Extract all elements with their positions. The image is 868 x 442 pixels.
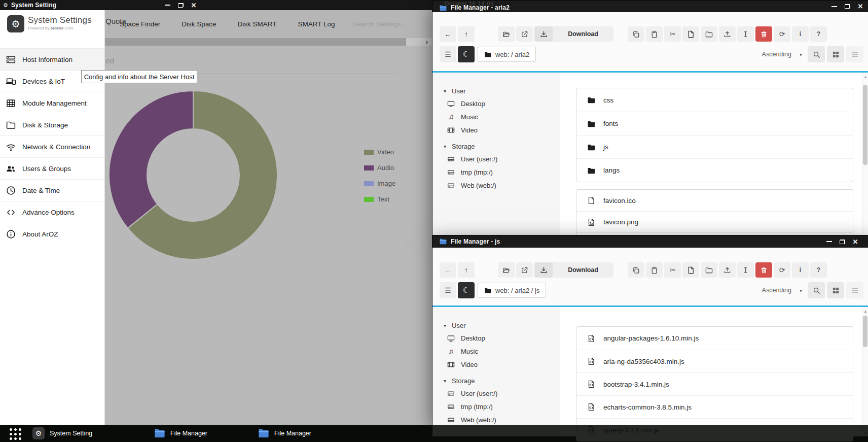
sidebar-item-module-management[interactable]: Module Management bbox=[0, 92, 104, 114]
new-file-button[interactable] bbox=[682, 26, 699, 42]
tree-section-storage[interactable]: ▾ Storage bbox=[432, 375, 560, 387]
sort-order-dropdown[interactable]: Ascending ▾ bbox=[762, 280, 802, 300]
minimize-button[interactable] bbox=[822, 235, 836, 248]
tree-section-storage[interactable]: ▾ Storage bbox=[432, 140, 560, 152]
tab-disk-space[interactable]: Disk Space bbox=[171, 20, 227, 28]
menu-button[interactable]: ☰ bbox=[440, 46, 456, 62]
open-folder-button[interactable] bbox=[498, 262, 515, 278]
list-view-button[interactable] bbox=[846, 46, 863, 62]
legend-item-image[interactable]: Image bbox=[364, 180, 395, 187]
search-button[interactable] bbox=[808, 46, 825, 62]
fm2-breadcrumb[interactable]: web: / aria2 / js bbox=[478, 283, 546, 298]
info-button[interactable]: i bbox=[792, 262, 809, 278]
file-row-favicon-ico[interactable]: favicon.ico bbox=[576, 190, 853, 211]
up-button[interactable]: ↑ bbox=[458, 26, 475, 42]
sort-order-dropdown[interactable]: Ascending ▾ bbox=[762, 44, 802, 64]
tabbar-horizontal-scrollbar[interactable]: › bbox=[105, 38, 432, 46]
folder-row-css[interactable]: css bbox=[576, 88, 853, 112]
tree-item-desktop[interactable]: Desktop bbox=[432, 97, 560, 110]
file-row-angular[interactable]: angular-packages-1.6.10.min.js bbox=[576, 327, 853, 350]
restore-button[interactable] bbox=[174, 0, 187, 10]
maximize-button[interactable] bbox=[836, 235, 849, 248]
list-view-button[interactable] bbox=[846, 282, 863, 298]
copy-button[interactable] bbox=[628, 262, 644, 278]
file-row-aria-ng[interactable]: aria-ng-da5356c403.min.js bbox=[576, 350, 853, 372]
tree-item-tmp-drive[interactable]: tmp (tmp:/) bbox=[432, 165, 560, 179]
fm1-vertical-scrollbar[interactable]: ▲ ▼ bbox=[862, 73, 868, 250]
paste-button[interactable] bbox=[646, 26, 663, 42]
tab-disk-smart[interactable]: Disk SMART bbox=[227, 20, 287, 28]
new-folder-button[interactable] bbox=[701, 26, 717, 42]
dark-mode-toggle[interactable]: ☾ bbox=[458, 46, 475, 62]
tree-item-user-drive[interactable]: User (user:/) bbox=[432, 152, 560, 165]
sidebar-item-advance-options[interactable]: Advance Options bbox=[0, 201, 104, 223]
grid-view-button[interactable] bbox=[827, 46, 844, 62]
legend-item-audio[interactable]: Audio bbox=[364, 164, 394, 172]
legend-item-text[interactable]: Text bbox=[364, 195, 389, 203]
settings-titlebar[interactable]: ⚙ System Setting ✕ bbox=[0, 0, 432, 10]
cut-button[interactable]: ✂ bbox=[664, 262, 681, 278]
open-folder-button[interactable] bbox=[498, 26, 515, 42]
settings-search-input[interactable]: Search Settings... bbox=[353, 20, 407, 28]
tree-item-web-drive[interactable]: Web (web:/) bbox=[432, 179, 560, 192]
sidebar-item-date-time[interactable]: Date & Time bbox=[0, 179, 104, 201]
download-button[interactable]: Download bbox=[534, 26, 613, 42]
scrollbar-thumb[interactable] bbox=[105, 38, 406, 46]
fm2-vertical-scrollbar[interactable]: ▲ ▼ bbox=[862, 307, 868, 436]
fm1-breadcrumb[interactable]: web: / aria2 bbox=[478, 47, 536, 62]
maximize-button[interactable] bbox=[841, 1, 854, 12]
legend-item-video[interactable]: Video bbox=[364, 148, 394, 156]
rename-button[interactable] bbox=[737, 262, 754, 278]
minimize-button[interactable] bbox=[827, 1, 841, 12]
sidebar-item-disk-storage[interactable]: Disk & Storage bbox=[0, 114, 104, 135]
open-in-new-button[interactable] bbox=[516, 262, 533, 278]
new-folder-button[interactable] bbox=[701, 262, 717, 278]
grid-view-button[interactable] bbox=[827, 282, 844, 298]
close-button[interactable]: ✕ bbox=[854, 1, 867, 12]
close-button[interactable]: ✕ bbox=[187, 0, 200, 10]
upload-button[interactable] bbox=[719, 262, 736, 278]
delete-button[interactable] bbox=[755, 26, 772, 42]
tree-item-user-drive[interactable]: User (user:/) bbox=[432, 387, 560, 400]
app-launcher-button[interactable] bbox=[8, 427, 21, 440]
file-row-echarts[interactable]: echarts-common-3.8.5.min.js bbox=[576, 395, 853, 418]
tab-smart-log[interactable]: SMART Log bbox=[287, 20, 346, 28]
back-button[interactable]: ← bbox=[440, 262, 456, 278]
close-button[interactable]: ✕ bbox=[849, 235, 862, 248]
scroll-right-arrow[interactable]: › bbox=[423, 38, 430, 46]
help-button[interactable]: ? bbox=[810, 262, 827, 278]
folder-row-langs[interactable]: langs bbox=[576, 158, 853, 182]
tree-section-user[interactable]: ▾ User bbox=[432, 319, 560, 331]
taskbar-item-system-setting[interactable]: ⚙ System Setting bbox=[32, 427, 92, 439]
tree-item-video[interactable]: Video bbox=[432, 358, 560, 371]
refresh-button[interactable]: ⟳ bbox=[774, 262, 790, 278]
back-button[interactable]: ← bbox=[440, 26, 456, 42]
delete-button[interactable] bbox=[755, 262, 772, 278]
file-row-bootstrap[interactable]: bootstrap-3.4.1.min.js bbox=[576, 372, 853, 395]
scrollbar-thumb[interactable] bbox=[863, 316, 867, 347]
folder-row-fonts[interactable]: fonts bbox=[576, 112, 853, 135]
paste-button[interactable] bbox=[646, 262, 663, 278]
new-file-button[interactable] bbox=[682, 262, 699, 278]
copy-button[interactable] bbox=[628, 26, 644, 42]
cut-button[interactable]: ✂ bbox=[664, 26, 681, 42]
refresh-button[interactable]: ⟳ bbox=[774, 26, 790, 42]
menu-button[interactable]: ☰ bbox=[440, 282, 456, 298]
tree-item-video[interactable]: Video bbox=[432, 123, 560, 137]
tree-item-desktop[interactable]: Desktop bbox=[432, 331, 560, 345]
rename-button[interactable] bbox=[737, 26, 754, 42]
tree-item-tmp-drive[interactable]: tmp (tmp:/) bbox=[432, 400, 560, 413]
tree-item-music[interactable]: ♫Music bbox=[432, 110, 560, 123]
taskbar-item-file-manager-2[interactable]: File Manager bbox=[258, 429, 311, 438]
minimize-button[interactable] bbox=[161, 0, 174, 10]
sidebar-item-about-aroz[interactable]: About ArOZ bbox=[0, 223, 104, 245]
fm1-titlebar[interactable]: October 16 18:09 File Manager - aria2 ✕ bbox=[432, 1, 868, 12]
folder-row-js[interactable]: js bbox=[576, 135, 853, 158]
info-button[interactable]: i bbox=[792, 26, 809, 42]
scrollbar-thumb[interactable] bbox=[863, 85, 867, 165]
upload-button[interactable] bbox=[719, 26, 736, 42]
up-button[interactable]: ↑ bbox=[458, 262, 475, 278]
file-row-favicon-png[interactable]: favicon.png bbox=[576, 211, 853, 232]
tree-section-user[interactable]: ▾ User bbox=[432, 85, 560, 97]
scroll-up-arrow[interactable]: ▲ bbox=[862, 308, 868, 314]
